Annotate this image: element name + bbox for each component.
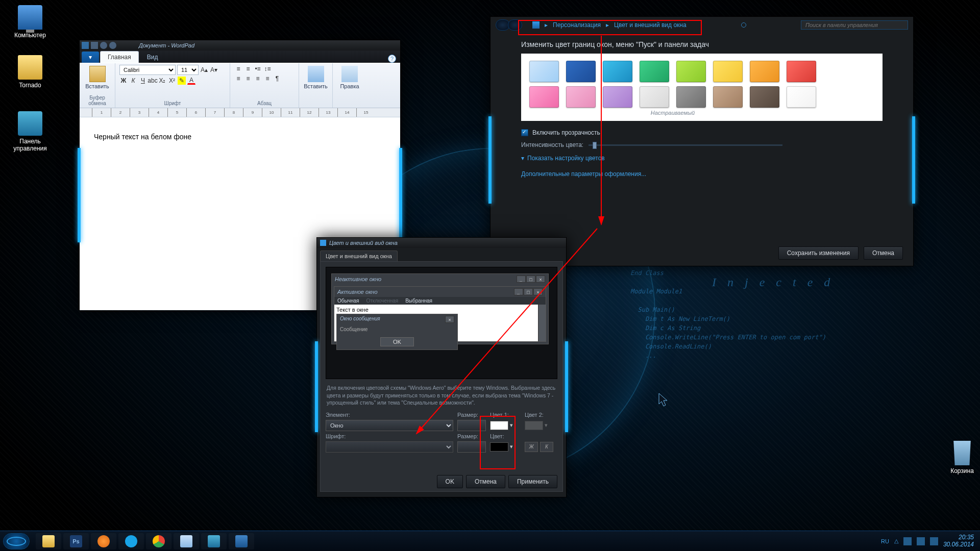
insert-button[interactable]: Вставить bbox=[303, 65, 328, 90]
color-swatch[interactable] bbox=[787, 61, 816, 82]
shrink-font-icon[interactable]: A▾ bbox=[210, 66, 218, 74]
help-icon[interactable]: ? bbox=[388, 55, 396, 63]
font-select[interactable] bbox=[326, 441, 453, 453]
linespace-icon[interactable]: ↕≡ bbox=[263, 65, 272, 73]
bullets-icon[interactable]: •≡ bbox=[254, 65, 262, 73]
dialog-tab[interactable]: Цвет и внешний вид окна bbox=[320, 251, 398, 261]
underline-icon[interactable]: Ч bbox=[139, 77, 147, 85]
size-input[interactable] bbox=[457, 420, 486, 431]
state-disabled: Отключенная bbox=[366, 298, 398, 304]
dedent-icon[interactable]: ≡ bbox=[234, 65, 242, 73]
color-swatch[interactable] bbox=[566, 86, 596, 108]
strike-icon[interactable]: abc bbox=[149, 77, 157, 85]
ok-button[interactable]: OK bbox=[437, 475, 463, 488]
color-swatch[interactable] bbox=[750, 61, 779, 82]
label-size: Размер: bbox=[457, 412, 486, 418]
breadcrumb-window-color[interactable]: Цвет и внешний вид окна bbox=[614, 21, 687, 29]
color-swatch[interactable] bbox=[566, 61, 596, 82]
tray-expand-icon[interactable]: △ bbox=[894, 538, 898, 544]
cancel-button[interactable]: Отмена bbox=[864, 246, 903, 260]
color-swatch-grid: Настраиваемый bbox=[521, 54, 883, 121]
taskbar-photoshop[interactable]: Ps bbox=[63, 533, 89, 549]
italic-icon[interactable]: К bbox=[129, 77, 137, 85]
network-icon[interactable] bbox=[917, 537, 925, 545]
color-swatch[interactable] bbox=[676, 61, 706, 82]
tab-home[interactable]: Главная bbox=[100, 51, 139, 63]
desktop-icon-tornado[interactable]: Tornado bbox=[7, 55, 53, 89]
font-color-swatch[interactable]: ▾ bbox=[490, 442, 521, 452]
taskbar-personalization[interactable] bbox=[201, 533, 227, 549]
italic-toggle[interactable]: К bbox=[540, 442, 553, 452]
search-input[interactable] bbox=[801, 20, 908, 30]
tab-view[interactable]: Вид bbox=[140, 52, 165, 63]
label-size2: Размер: bbox=[457, 433, 486, 439]
action-center-icon[interactable] bbox=[903, 537, 912, 545]
color-swatch[interactable] bbox=[640, 86, 669, 108]
element-select[interactable]: Окно bbox=[326, 420, 453, 431]
superscript-icon[interactable]: X² bbox=[168, 77, 176, 85]
taskbar-appearance[interactable] bbox=[229, 533, 254, 549]
taskbar-explorer[interactable] bbox=[36, 533, 61, 549]
label-font: Шрифт: bbox=[326, 433, 453, 439]
clock[interactable]: 20:3530.06.2014 bbox=[943, 534, 977, 547]
taskbar: Ps RU △ 20:3530.06.2014 bbox=[0, 531, 980, 551]
desktop-icon-computer[interactable]: Компьютер bbox=[7, 5, 53, 39]
color-swatch[interactable] bbox=[713, 86, 743, 108]
lang-indicator[interactable]: RU bbox=[881, 538, 889, 544]
save-icon[interactable] bbox=[91, 42, 98, 49]
color-swatch[interactable] bbox=[787, 86, 816, 108]
icon-label: Tornado bbox=[19, 82, 41, 89]
color-swatch[interactable] bbox=[676, 86, 706, 108]
grow-font-icon[interactable]: A▴ bbox=[200, 66, 208, 74]
color-swatch[interactable] bbox=[529, 86, 559, 108]
color-swatch[interactable] bbox=[529, 61, 559, 82]
subscript-icon[interactable]: X₂ bbox=[158, 77, 166, 85]
refresh-icon[interactable] bbox=[741, 22, 746, 28]
intensity-slider[interactable] bbox=[589, 144, 782, 146]
nav-forward-button[interactable] bbox=[508, 19, 522, 31]
font-family-select[interactable]: Calibri bbox=[119, 65, 176, 75]
chevron-down-icon: ▾ bbox=[521, 155, 524, 162]
taskbar-mediaplayer[interactable] bbox=[91, 533, 116, 549]
volume-icon[interactable] bbox=[930, 537, 938, 545]
indent-icon[interactable]: ≡ bbox=[244, 65, 252, 73]
transparency-checkbox[interactable]: Включить прозрачность bbox=[521, 129, 883, 136]
mouse-cursor bbox=[658, 393, 669, 407]
bold-icon[interactable]: Ж bbox=[119, 77, 128, 85]
advanced-appearance-link[interactable]: Дополнительные параметры оформления... bbox=[521, 170, 646, 178]
apply-button[interactable]: Применить bbox=[508, 475, 557, 488]
align-center-icon[interactable]: ≡ bbox=[244, 74, 252, 83]
color-swatch[interactable] bbox=[713, 61, 743, 82]
desktop-icon-recycle-bin[interactable]: Корзина bbox=[939, 441, 980, 474]
bold-toggle[interactable]: Ж bbox=[525, 442, 538, 452]
highlight-icon[interactable]: ✎ bbox=[178, 77, 186, 85]
cancel-button[interactable]: Отмена bbox=[466, 475, 505, 488]
color1-swatch[interactable]: ▾ bbox=[490, 421, 521, 430]
expand-color-mixer[interactable]: ▾Показать настройку цветов bbox=[521, 155, 883, 162]
edit-button[interactable]: Правка bbox=[337, 65, 362, 90]
address-bar: ▸ Персонализация ▸ Цвет и внешний вид ок… bbox=[491, 17, 913, 33]
paragraph-icon[interactable]: ¶ bbox=[273, 74, 281, 83]
desktop-icon-control-panel[interactable]: Панель управления bbox=[7, 111, 53, 152]
taskbar-chrome[interactable] bbox=[146, 533, 172, 549]
save-changes-button[interactable]: Сохранить изменения bbox=[778, 246, 859, 260]
align-left-icon[interactable]: ≡ bbox=[234, 74, 242, 83]
redo-icon[interactable] bbox=[109, 42, 116, 49]
wordpad-titlebar[interactable]: Документ - WordPad bbox=[80, 40, 400, 51]
color-swatch[interactable] bbox=[640, 61, 669, 82]
taskbar-skype[interactable] bbox=[118, 533, 144, 549]
font-size-select[interactable]: 11 bbox=[177, 65, 199, 75]
align-justify-icon[interactable]: ≡ bbox=[263, 74, 272, 83]
color-swatch[interactable] bbox=[603, 61, 632, 82]
color-swatch[interactable] bbox=[750, 86, 779, 108]
breadcrumb-personalization[interactable]: Персонализация bbox=[553, 21, 601, 29]
paste-button[interactable]: Вставить bbox=[84, 65, 111, 90]
align-right-icon[interactable]: ≡ bbox=[254, 74, 262, 83]
undo-icon[interactable] bbox=[100, 42, 107, 49]
fontsize-input[interactable] bbox=[457, 441, 486, 453]
start-button[interactable] bbox=[3, 533, 30, 549]
font-color-icon[interactable]: A bbox=[187, 77, 195, 85]
color-swatch[interactable] bbox=[603, 86, 632, 108]
taskbar-wordpad[interactable] bbox=[174, 533, 199, 549]
file-menu[interactable]: ▾ bbox=[82, 52, 99, 63]
